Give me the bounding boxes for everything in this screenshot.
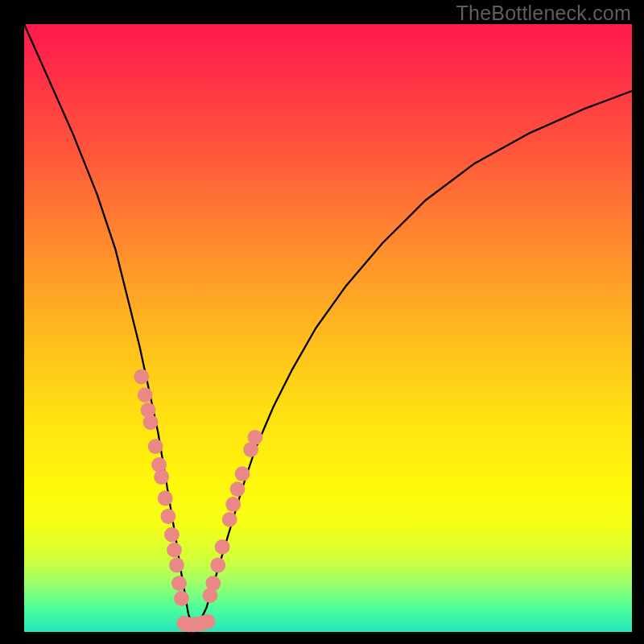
dot-valley-cluster <box>200 614 216 630</box>
dot-right-cluster <box>210 558 225 573</box>
dot-right-cluster <box>230 481 246 497</box>
dot-left-cluster <box>174 591 189 606</box>
dot-left-cluster <box>134 369 149 385</box>
dot-left-cluster <box>171 576 187 591</box>
dot-right-cluster <box>222 512 237 527</box>
dot-right-cluster <box>205 576 221 591</box>
dot-left-cluster <box>143 415 159 430</box>
dot-right-cluster <box>248 430 263 445</box>
dot-right-cluster <box>235 466 250 481</box>
dot-left-cluster <box>161 509 176 524</box>
dot-left-cluster <box>158 491 173 506</box>
curve-bottleneck-curve <box>24 24 632 626</box>
watermark-text: TheBottleneck.com <box>456 2 631 25</box>
dot-left-cluster <box>148 439 163 454</box>
chart-svg-layer <box>0 0 644 644</box>
dot-left-cluster <box>167 543 182 558</box>
chart-stage: TheBottleneck.com <box>0 0 644 644</box>
dot-right-cluster <box>225 497 241 512</box>
dot-left-cluster <box>169 558 184 573</box>
dot-right-cluster <box>215 539 230 555</box>
dot-left-cluster <box>154 469 169 485</box>
dot-left-cluster <box>164 527 180 543</box>
dot-left-cluster <box>138 387 153 402</box>
